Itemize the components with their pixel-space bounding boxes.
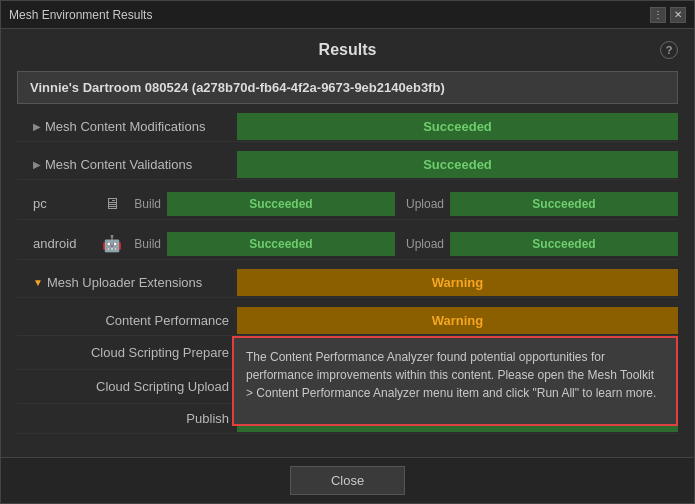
main-content: Results ? Vinnie's Dartroom 080524 (a278… [1, 29, 694, 457]
pc-build-status: Succeeded [167, 192, 395, 216]
publish-label: Publish [17, 407, 237, 430]
pc-upload-status: Succeeded [450, 192, 678, 216]
android-build-label: Build [127, 237, 167, 251]
footer: Close [1, 457, 694, 503]
android-label: android [17, 232, 97, 255]
mesh-content-modifications-label: ▶ Mesh Content Modifications [17, 115, 237, 138]
mesh-content-validations-label: ▶ Mesh Content Validations [17, 153, 237, 176]
pc-row: pc 🖥 Build Succeeded Upload Succeeded [17, 188, 678, 220]
android-build-status: Succeeded [167, 232, 395, 256]
mesh-content-validations-row: ▶ Mesh Content Validations Succeeded [17, 150, 678, 180]
collapse-triangle-3[interactable]: ▼ [33, 277, 43, 288]
mesh-uploader-extensions-label: ▼ Mesh Uploader Extensions [17, 271, 237, 294]
content-performance-row: Content Performance Warning [17, 306, 678, 336]
more-options-button[interactable]: ⋮ [650, 7, 666, 23]
content-performance-label: Content Performance [17, 309, 237, 332]
pc-build-upload: Build Succeeded Upload Succeeded [127, 192, 678, 216]
close-window-button[interactable]: ✕ [670, 7, 686, 23]
project-name: Vinnie's Dartroom 080524 (a278b70d-fb64-… [30, 80, 445, 95]
content-performance-status: Warning [237, 307, 678, 334]
pc-icon: 🖥 [97, 195, 127, 213]
cloud-scripting-upload-label: Cloud Scripting Upload [17, 375, 237, 398]
sub-items-wrapper: Content Performance Warning Cloud Script… [17, 306, 678, 434]
android-icon: 🤖 [97, 234, 127, 253]
warning-tooltip: The Content Performance Analyzer found p… [232, 336, 678, 426]
mesh-uploader-extensions-row: ▼ Mesh Uploader Extensions Warning [17, 268, 678, 298]
help-icon[interactable]: ? [660, 41, 678, 59]
android-upload-label: Upload [395, 237, 450, 251]
android-upload-status: Succeeded [450, 232, 678, 256]
mesh-content-validations-status: Succeeded [237, 151, 678, 178]
title-bar-left: Mesh Environment Results [9, 8, 152, 22]
pc-label: pc [17, 192, 97, 215]
tooltip-text: The Content Performance Analyzer found p… [246, 350, 656, 400]
mesh-content-validations-value: Succeeded [237, 151, 678, 178]
project-header: Vinnie's Dartroom 080524 (a278b70d-fb64-… [17, 71, 678, 104]
window-title: Mesh Environment Results [9, 8, 152, 22]
cloud-scripting-prepare-label: Cloud Scripting Prepare [17, 341, 237, 364]
results-title-row: Results ? [17, 41, 678, 59]
content-performance-value: Warning [237, 307, 678, 334]
pc-build-label: Build [127, 197, 167, 211]
mesh-content-modifications-status: Succeeded [237, 113, 678, 140]
pc-upload-label: Upload [395, 197, 450, 211]
mesh-content-modifications-value: Succeeded [237, 113, 678, 140]
title-bar-controls: ⋮ ✕ [650, 7, 686, 23]
mesh-content-modifications-row: ▶ Mesh Content Modifications Succeeded [17, 112, 678, 142]
close-button[interactable]: Close [290, 466, 405, 495]
title-bar: Mesh Environment Results ⋮ ✕ [1, 1, 694, 29]
mesh-uploader-extensions-value: Warning [237, 269, 678, 296]
android-row: android 🤖 Build Succeeded Upload Succeed… [17, 228, 678, 260]
main-window: Mesh Environment Results ⋮ ✕ Results ? V… [0, 0, 695, 504]
collapse-triangle[interactable]: ▶ [33, 121, 41, 132]
android-build-upload: Build Succeeded Upload Succeeded [127, 232, 678, 256]
collapse-triangle-2[interactable]: ▶ [33, 159, 41, 170]
results-heading: Results [319, 41, 377, 58]
mesh-uploader-extensions-status: Warning [237, 269, 678, 296]
